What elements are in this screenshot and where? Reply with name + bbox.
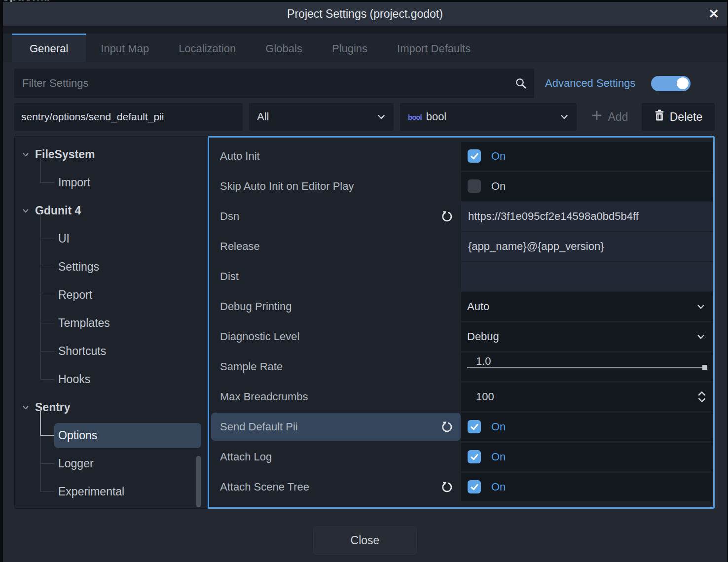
add-button[interactable]: Add xyxy=(583,103,635,131)
setting-label-cell[interactable]: Dsn xyxy=(209,201,461,231)
filter-settings-input[interactable] xyxy=(14,69,534,98)
setting-label: Auto Init xyxy=(220,150,260,163)
bool-type-icon: bool xyxy=(408,113,422,121)
slider-handle[interactable] xyxy=(702,365,707,370)
setting-label-cell[interactable]: Send Default Pii xyxy=(209,412,461,442)
setting-label-cell[interactable]: Auto Init xyxy=(209,141,461,171)
settings-panel: Auto InitOnSkip Auto Init on Editor Play… xyxy=(208,136,715,509)
checkbox-checked[interactable] xyxy=(468,450,481,463)
slider-track[interactable] xyxy=(467,367,704,368)
property-type-dropdown[interactable]: bool bool xyxy=(400,103,577,131)
setting-row-send-default-pii: Send Default PiiOn xyxy=(209,412,713,442)
chevron-down-icon xyxy=(21,207,30,217)
tab-input-map[interactable]: Input Map xyxy=(86,34,164,62)
sidebar-item-hooks[interactable]: Hooks xyxy=(15,365,207,393)
setting-value-cell: 100 xyxy=(461,383,713,411)
tree-item-label: Report xyxy=(58,288,92,302)
setting-row-attach-scene-tree: Attach Scene TreeOn xyxy=(209,472,713,502)
setting-row-auto-init: Auto InitOn xyxy=(209,141,713,171)
checkbox-checked[interactable] xyxy=(468,149,481,163)
tree-item-label: Options xyxy=(58,429,97,442)
tree-item-label: Hooks xyxy=(58,373,90,386)
add-button-label: Add xyxy=(608,110,628,124)
tree-connector-line xyxy=(40,323,54,351)
revert-icon[interactable] xyxy=(440,421,453,433)
tree-connector-line xyxy=(40,211,54,239)
tree-item-label: Shortcuts xyxy=(58,345,106,358)
setting-label: Dist xyxy=(220,270,239,283)
search-icon xyxy=(514,77,527,92)
setting-label-cell[interactable]: Dist xyxy=(209,261,461,291)
chevron-down-icon xyxy=(695,331,706,342)
chevron-down-icon xyxy=(695,301,706,312)
chevron-down-icon xyxy=(21,150,30,161)
setting-label-cell[interactable]: Release xyxy=(209,231,461,261)
property-name-input[interactable] xyxy=(14,103,243,131)
setting-label-cell[interactable]: Max Breadcrumbs xyxy=(209,382,461,412)
setting-text-field[interactable]: https://3f1e095cf2e14598a0bd5b4ff xyxy=(461,202,713,231)
setting-value-cell: On xyxy=(461,473,713,501)
setting-label-cell[interactable]: Debug Printing xyxy=(209,291,461,321)
setting-label-cell[interactable]: Attach Log xyxy=(209,442,461,472)
setting-row-release: Release{app_name}@{app_version} xyxy=(209,231,713,261)
setting-row-attach-log: Attach LogOn xyxy=(209,442,713,472)
tab-general[interactable]: General xyxy=(12,34,86,62)
setting-text-field[interactable] xyxy=(461,262,713,291)
tab-plugins[interactable]: Plugins xyxy=(317,34,382,62)
setting-row-sample-rate: Sample Rate1.0 xyxy=(209,351,713,382)
toggle-knob xyxy=(677,77,689,89)
checkbox-checked[interactable] xyxy=(468,420,481,433)
setting-label: Attach Scene Tree xyxy=(220,481,309,493)
setting-label: Diagnostic Level xyxy=(220,330,299,343)
slider-value[interactable]: 1.0 xyxy=(476,355,713,368)
spinner-updown-icon[interactable] xyxy=(696,389,707,404)
setting-value-cell: On xyxy=(461,443,713,471)
setting-row-skip-auto-init-on-editor-play: Skip Auto Init on Editor PlayOn xyxy=(209,171,713,201)
checkbox-unchecked[interactable] xyxy=(468,179,481,193)
setting-row-diagnostic-level: Diagnostic LevelDebug xyxy=(209,321,713,351)
setting-label-cell[interactable]: Diagnostic Level xyxy=(209,321,461,351)
revert-icon[interactable] xyxy=(440,210,453,223)
tab-globals[interactable]: Globals xyxy=(251,34,317,62)
checkbox-on-label: On xyxy=(491,150,506,163)
setting-row-dist: Dist xyxy=(209,261,713,291)
setting-row-max-breadcrumbs: Max Breadcrumbs100 xyxy=(209,382,713,412)
tab-localization[interactable]: Localization xyxy=(164,34,251,62)
checkbox-checked[interactable] xyxy=(468,480,481,493)
project-settings-dialog: Project Settings (project.godot) ✕ Gener… xyxy=(3,2,727,562)
sidebar-item-import[interactable]: Import xyxy=(15,169,207,197)
settings-tree: FileSystemImportGdunit 4UISettingsReport… xyxy=(14,136,208,509)
trash-icon xyxy=(654,109,665,125)
close-icon[interactable]: ✕ xyxy=(708,2,719,26)
setting-value-cell: On xyxy=(461,142,713,171)
spinner-value[interactable]: 100 xyxy=(476,390,494,403)
setting-label-cell[interactable]: Attach Scene Tree xyxy=(209,472,461,502)
tab-bar: GeneralInput MapLocalizationGlobalsPlugi… xyxy=(3,34,727,62)
tree-connector-line xyxy=(40,155,54,183)
checkbox-on-label: On xyxy=(491,481,506,493)
delete-button[interactable]: Delete xyxy=(642,103,715,131)
tree-connector-line xyxy=(40,239,54,267)
setting-label: Release xyxy=(220,240,260,253)
setting-label-cell[interactable]: Skip Auto Init on Editor Play xyxy=(209,171,461,201)
tree-item-label: Settings xyxy=(58,260,99,274)
setting-dropdown[interactable]: Auto xyxy=(461,292,713,321)
tree-item-label: Experimental xyxy=(58,485,124,498)
close-button[interactable]: Close xyxy=(313,527,417,555)
setting-text-field[interactable]: {app_name}@{app_version} xyxy=(461,232,713,261)
setting-label: Debug Printing xyxy=(220,300,292,313)
setting-text-value: https://3f1e095cf2e14598a0bd5b4ff xyxy=(468,210,639,223)
advanced-settings-toggle[interactable] xyxy=(651,76,691,91)
filter-settings-field[interactable] xyxy=(14,69,534,98)
setting-dropdown[interactable]: Debug xyxy=(461,322,713,351)
setting-label-cell[interactable]: Sample Rate xyxy=(209,351,461,382)
checkbox-on-label: On xyxy=(491,421,506,433)
delete-button-label: Delete xyxy=(670,110,702,124)
dropdown-selected-value: Debug xyxy=(467,330,499,343)
sidebar-item-experimental[interactable]: Experimental xyxy=(15,478,207,506)
tab-import-defaults[interactable]: Import Defaults xyxy=(382,34,485,62)
plus-icon xyxy=(590,109,603,125)
property-type-value: bool xyxy=(426,110,447,123)
property-filter-dropdown[interactable]: All xyxy=(249,103,394,131)
revert-icon[interactable] xyxy=(440,481,453,493)
